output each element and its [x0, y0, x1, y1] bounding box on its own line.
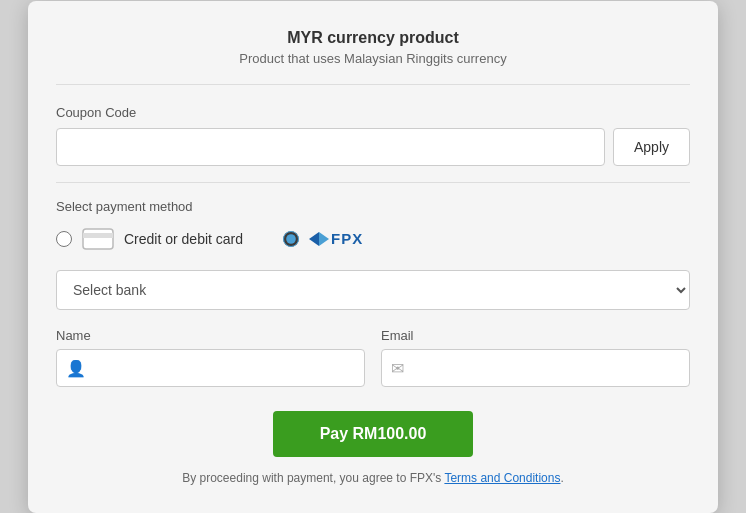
email-group: Email ✉: [381, 328, 690, 387]
apply-button[interactable]: Apply: [613, 128, 690, 166]
card-option-label: Credit or debit card: [124, 231, 243, 247]
pay-button[interactable]: Pay RM100.00: [273, 411, 473, 457]
footer-before-text: By proceeding with payment, you agree to…: [182, 471, 444, 485]
svg-rect-1: [83, 233, 113, 238]
terms-link[interactable]: Terms and Conditions: [444, 471, 560, 485]
radio-card[interactable]: [56, 231, 72, 247]
payment-option-fpx[interactable]: FPX: [283, 230, 363, 247]
svg-rect-0: [83, 229, 113, 249]
bank-select[interactable]: Select bank: [56, 270, 690, 310]
coupon-label: Coupon Code: [56, 105, 690, 120]
coupon-row: Apply: [56, 128, 690, 166]
email-icon: ✉: [391, 358, 404, 377]
coupon-section: Coupon Code Apply: [56, 105, 690, 166]
fpx-arrows-icon: [309, 232, 329, 246]
payment-method-label: Select payment method: [56, 199, 690, 214]
payment-option-card[interactable]: Credit or debit card: [56, 228, 243, 250]
modal-title: MYR currency product: [56, 29, 690, 47]
email-label: Email: [381, 328, 690, 343]
credit-card-icon: [82, 228, 114, 250]
person-icon: 👤: [66, 358, 86, 377]
modal-subtitle: Product that uses Malaysian Ringgits cur…: [56, 51, 690, 66]
divider-1: [56, 182, 690, 183]
name-input[interactable]: [56, 349, 365, 387]
footer-after-text: .: [560, 471, 563, 485]
modal-header: MYR currency product Product that uses M…: [56, 29, 690, 85]
name-label: Name: [56, 328, 365, 343]
fpx-text: FPX: [331, 230, 363, 247]
radio-fpx[interactable]: [283, 231, 299, 247]
name-group: Name 👤: [56, 328, 365, 387]
payment-options: Credit or debit card FPX: [56, 228, 690, 250]
name-input-wrapper: 👤: [56, 349, 365, 387]
coupon-input[interactable]: [56, 128, 605, 166]
fpx-logo: FPX: [309, 230, 363, 247]
payment-modal: MYR currency product Product that uses M…: [28, 1, 718, 513]
footer-text: By proceeding with payment, you agree to…: [56, 471, 690, 485]
email-input[interactable]: [381, 349, 690, 387]
form-row: Name 👤 Email ✉: [56, 328, 690, 387]
email-input-wrapper: ✉: [381, 349, 690, 387]
